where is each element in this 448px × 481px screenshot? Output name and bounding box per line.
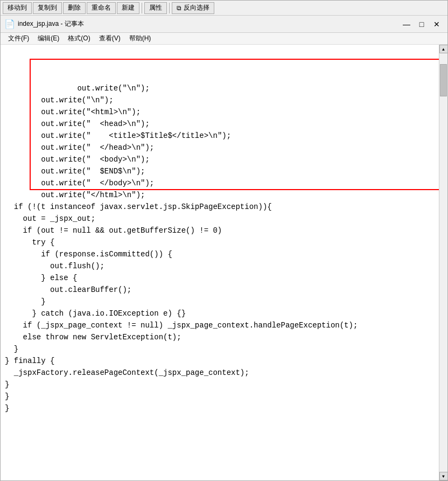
- title-bar-controls: — □ ✕: [400, 18, 443, 31]
- toolbar-separator: [142, 3, 142, 13]
- scroll-thumb[interactable]: [440, 64, 447, 96]
- properties-button[interactable]: 属性: [144, 2, 167, 14]
- scroll-up-button[interactable]: ▲: [439, 45, 448, 53]
- code-line-3: out.write("<html>\n");: [32, 108, 141, 116]
- code-line-29: }: [5, 404, 9, 413]
- code-line-18: } else {: [5, 274, 77, 282]
- window-title: index_jsp.java - 记事本: [18, 19, 84, 29]
- code-line-12: if (!(t instanceof javax.servlet.jsp.Ski…: [5, 203, 272, 211]
- scrollbar-vertical[interactable]: ▲ ▼: [439, 45, 447, 480]
- code-line-6: out.write(" </head>\n");: [32, 143, 154, 152]
- code-line-20: }: [5, 297, 46, 306]
- delete-button[interactable]: 删除: [63, 2, 86, 14]
- code-line-25: } finally {: [5, 357, 54, 365]
- title-bar: 📄 index_jsp.java - 记事本 — □ ✕: [1, 16, 447, 33]
- editor-area: out.write("\n"); out.write("\n"); out.wr…: [1, 45, 447, 480]
- minimize-button[interactable]: —: [400, 18, 413, 31]
- code-line-24: }: [5, 345, 18, 353]
- main-window: 移动到 复制到 删除 重命名 新建 属性 ⧉ 反向选择 📄 index_jsp.…: [0, 0, 448, 481]
- code-line-16: if (response.isCommitted()) {: [5, 250, 172, 259]
- code-line-19: out.clearBuffer();: [5, 285, 131, 294]
- copy-to-button[interactable]: 复制到: [33, 2, 62, 14]
- app-icon: 📄: [5, 19, 15, 29]
- menu-format[interactable]: 格式(O): [64, 33, 94, 44]
- title-bar-left: 📄 index_jsp.java - 记事本: [5, 19, 84, 29]
- code-with-box: out.write("\n"); out.write("\n"); out.wr…: [32, 59, 439, 201]
- reverse-select-label: 反向选择: [184, 3, 209, 12]
- code-line-9: out.write(" </body>\n");: [32, 179, 154, 187]
- scroll-track[interactable]: [439, 53, 447, 472]
- new-button[interactable]: 新建: [117, 2, 139, 14]
- code-line-15: try {: [5, 238, 54, 247]
- code-line-5: out.write(" <title>$Title$</title>\n");: [32, 131, 231, 140]
- code-line-17: out.flush();: [5, 262, 104, 270]
- reverse-select-icon: ⧉: [177, 4, 181, 12]
- maximize-button[interactable]: □: [415, 18, 428, 31]
- code-line-7: out.write(" <body>\n");: [32, 155, 149, 164]
- code-line-26: _jspxFactory.releasePageContext(_jspx_pa…: [5, 368, 249, 377]
- code-line-13: out = _jspx_out;: [5, 214, 95, 223]
- code-line-28: }: [5, 392, 9, 401]
- code-line-27: }: [5, 380, 9, 389]
- toolbar-separator-2: [169, 3, 170, 13]
- code-line-1: out.write("\n");: [68, 84, 150, 93]
- code-editor[interactable]: out.write("\n"); out.write("\n"); out.wr…: [1, 45, 439, 480]
- code-line-23: else throw new ServletException(t);: [5, 333, 181, 341]
- move-to-button[interactable]: 移动到: [3, 2, 32, 14]
- code-line-21: } catch (java.io.IOException e) {}: [5, 309, 186, 318]
- code-line-14: if (out != null && out.getBufferSize() !…: [5, 226, 222, 235]
- menu-help[interactable]: 帮助(H): [125, 33, 156, 44]
- menu-bar: 文件(F) 编辑(E) 格式(O) 查看(V) 帮助(H): [1, 33, 447, 45]
- code-line-22: if (_jspx_page_context != null) _jspx_pa…: [5, 321, 358, 330]
- menu-edit[interactable]: 编辑(E): [33, 33, 64, 44]
- menu-file[interactable]: 文件(F): [4, 33, 33, 44]
- code-line-10: out.write("</html>\n");: [32, 191, 145, 199]
- code-line-2: out.write("\n");: [32, 96, 113, 104]
- scroll-down-button[interactable]: ▼: [439, 472, 448, 480]
- close-button[interactable]: ✕: [430, 18, 443, 31]
- code-line-8: out.write(" $END$\n");: [32, 167, 145, 176]
- top-toolbar: 移动到 复制到 删除 重命名 新建 属性 ⧉ 反向选择: [1, 1, 447, 16]
- code-line-4: out.write(" <head>\n");: [32, 120, 149, 128]
- reverse-select-button[interactable]: ⧉ 反向选择: [172, 2, 214, 14]
- rename-button[interactable]: 重命名: [87, 2, 116, 14]
- menu-view[interactable]: 查看(V): [95, 33, 125, 44]
